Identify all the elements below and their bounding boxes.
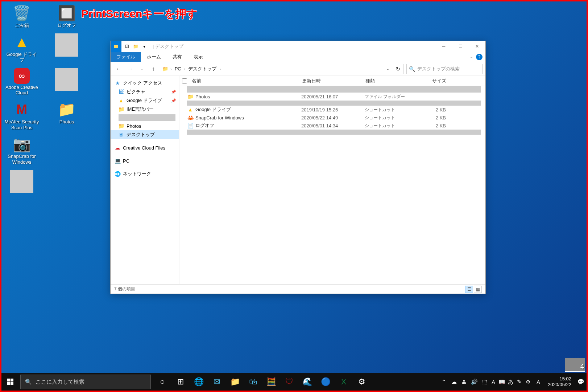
recent-dropdown[interactable]: ⌄ <box>137 64 147 74</box>
file-row[interactable]: 📁 Photos 2020/05/21 16:07 ファイル フォルダー <box>179 93 485 101</box>
ime-settings-icon[interactable]: ⚙ <box>525 378 532 385</box>
file-name: Google ドライブ <box>194 106 301 113</box>
up-button[interactable]: ↑ <box>148 64 158 74</box>
search-box[interactable]: 🔍 デスクトップの検索 <box>406 64 483 74</box>
breadcrumb-current[interactable]: デスクトップ <box>187 66 218 72</box>
minimize-button[interactable]: ─ <box>435 41 452 52</box>
nav-quick-access[interactable]: ★ クイック アクセス <box>111 79 179 87</box>
view-details-button[interactable]: ☰ <box>465 286 473 293</box>
file-row[interactable]: ▲ Google ドライブ 2019/10/19 15:25 ショートカット 2… <box>179 106 485 114</box>
ime-mode-text[interactable]: A <box>490 378 497 385</box>
titlebar[interactable]: ☑ 📁 ▾ | デスクトップ ─ ☐ ✕ <box>111 41 485 52</box>
desktop-icon-mcafee[interactable]: M McAfee Security Scan Plus <box>4 101 39 130</box>
tray-volume-icon[interactable]: 🔊 <box>471 378 478 385</box>
column-date-header[interactable]: 更新日時 <box>302 78 365 84</box>
ribbon-tab-share[interactable]: 共有 <box>167 52 188 62</box>
nav-ime-bar[interactable]: 📁 IME言語バー <box>111 105 179 114</box>
desktop-icon-placeholder[interactable] <box>4 170 39 193</box>
desktop-icon-logoff[interactable]: 🔲 ログオフ <box>49 4 84 28</box>
nav-network[interactable]: 🌐 ネットワーク <box>111 170 179 178</box>
nav-creative-cloud[interactable]: ☁ Creative Cloud Files <box>111 143 179 152</box>
column-type-header[interactable]: 種類 <box>365 78 416 84</box>
back-button[interactable]: ← <box>113 64 124 74</box>
taskbar-app-mail[interactable]: ✉ <box>208 373 225 391</box>
file-list-header: 名前 更新日時 種類 サイズ <box>179 76 485 86</box>
forward-button[interactable]: → <box>125 64 135 74</box>
tray-overflow-icon[interactable]: ⌃ <box>440 378 448 385</box>
column-size-header[interactable]: サイズ <box>416 78 452 84</box>
desktop-icon-placeholder[interactable] <box>49 68 84 96</box>
taskbar-app-edge[interactable]: 🌊 <box>299 373 316 391</box>
file-row[interactable]: 📄 ログオフ 2020/05/01 14:34 ショートカット 2 KB <box>179 122 485 130</box>
help-icon[interactable]: ? <box>476 54 483 60</box>
nav-label: デスクトップ <box>127 131 155 138</box>
breadcrumb-pc[interactable]: PC <box>173 66 183 72</box>
desktop-icon-label: ログオフ <box>57 23 76 28</box>
folder-icon: 📁 <box>58 101 75 118</box>
breadcrumb-sep-icon[interactable]: › <box>170 67 172 71</box>
tray-network-icon[interactable]: 🖧 <box>461 378 468 385</box>
desktop-icon-snapcrab[interactable]: 📷 SnapCrab for Windows <box>4 135 39 165</box>
creative-cloud-icon: ☁ <box>114 144 121 151</box>
adobe-cc-icon: ∞ <box>14 68 30 84</box>
select-all-checkbox[interactable] <box>182 78 187 83</box>
desktop-icon-recycle-bin[interactable]: 🗑️ ごみ箱 <box>4 4 39 28</box>
taskbar-app-mcafee[interactable]: 🛡 <box>281 373 298 391</box>
desktop-icon-photos[interactable]: 📁 Photos <box>49 101 84 130</box>
search-icon: 🔍 <box>25 379 32 385</box>
ime-tool-icon[interactable]: ⬚ <box>481 378 488 385</box>
desktop-icon-google-drive[interactable]: ▲ Google ドライブ <box>4 33 39 63</box>
taskbar-app-calculator[interactable]: 🧮 <box>262 373 280 391</box>
ime-dict-icon[interactable]: 📖 <box>498 378 506 385</box>
snapcrab-overlay[interactable]: 4 <box>565 358 585 372</box>
pin-icon: 📌 <box>171 98 176 103</box>
task-view-button[interactable]: ⊞ <box>172 373 189 391</box>
file-row[interactable]: 🦀 SnapCrab for Windows 2020/05/22 14:49 … <box>179 114 485 122</box>
start-button[interactable] <box>1 373 19 391</box>
desktop-icon-adobe-cc[interactable]: ∞ Adobe Creative Cloud <box>4 68 39 96</box>
taskbar-app-generic[interactable]: 🔵 <box>317 373 334 391</box>
nav-photos[interactable]: 📁 Photos <box>111 122 179 130</box>
maximize-button[interactable]: ☐ <box>452 41 469 52</box>
nav-pictures[interactable]: 🖼 ピクチャ 📌 <box>111 87 179 96</box>
taskbar-app-excel[interactable]: X <box>335 373 352 391</box>
ime-kana-icon[interactable]: あ <box>507 378 514 385</box>
nav-pc[interactable]: 💻 PC <box>111 156 179 165</box>
cortana-button[interactable]: ○ <box>154 373 171 391</box>
qat-dropdown-icon[interactable]: ▾ <box>140 42 148 50</box>
refresh-button[interactable]: ↻ <box>393 64 403 74</box>
column-name-header[interactable]: 名前 <box>190 78 302 84</box>
ime-indicator[interactable]: A <box>535 378 542 385</box>
nav-desktop[interactable]: 🖥 デスクトップ <box>111 130 179 139</box>
ribbon-expand-icon[interactable]: ⌄ <box>470 54 473 59</box>
nav-google-drive[interactable]: ▲ Google ドライブ 📌 <box>111 96 179 105</box>
breadcrumb-dropdown-icon[interactable]: ⌄ <box>386 66 389 71</box>
ime-pad-icon[interactable]: ✎ <box>516 378 523 385</box>
file-group-gap <box>187 86 481 93</box>
shortcut-icon: 📄 <box>187 123 194 128</box>
view-large-icons-button[interactable]: ▦ <box>474 286 482 293</box>
breadcrumb[interactable]: 📁 › PC › デスクトップ › ⌄ <box>160 64 391 74</box>
ribbon-tab-file[interactable]: ファイル <box>111 52 141 62</box>
breadcrumb-sep-icon[interactable]: › <box>219 67 221 71</box>
qat-folder-icon[interactable]: 📁 <box>132 42 140 50</box>
breadcrumb-sep-icon[interactable]: › <box>184 67 186 71</box>
overlay-thumb[interactable]: 4 <box>565 358 585 372</box>
ime-toolbar[interactable]: ⬚ A 📖 あ ✎ ⚙ <box>481 378 532 385</box>
taskbar-app-store[interactable]: 🛍 <box>244 373 262 391</box>
ribbon-tab-view[interactable]: 表示 <box>188 52 209 62</box>
ribbon-tab-home[interactable]: ホーム <box>141 52 167 62</box>
taskbar-clock[interactable]: 15:02 2020/05/22 <box>545 376 574 387</box>
taskbar-app-settings[interactable]: ⚙ <box>353 373 370 391</box>
taskbar-search[interactable]: 🔍 ここに入力して検索 <box>20 375 151 389</box>
file-name: Photos <box>194 94 301 99</box>
tray-onedrive-icon[interactable]: ☁ <box>451 378 458 385</box>
action-center-button[interactable]: 💬 <box>577 378 584 385</box>
qat-properties-icon[interactable]: ☑ <box>123 42 131 50</box>
recycle-bin-icon: 🗑️ <box>13 4 30 22</box>
taskbar-app-explorer[interactable]: 📁 <box>226 373 244 391</box>
desktop-icon-placeholder[interactable] <box>49 33 84 63</box>
close-button[interactable]: ✕ <box>469 41 485 52</box>
taskbar-app-chrome[interactable]: 🌐 <box>190 373 207 391</box>
annotation-text: PrintScreenキーを押す <box>81 7 198 21</box>
